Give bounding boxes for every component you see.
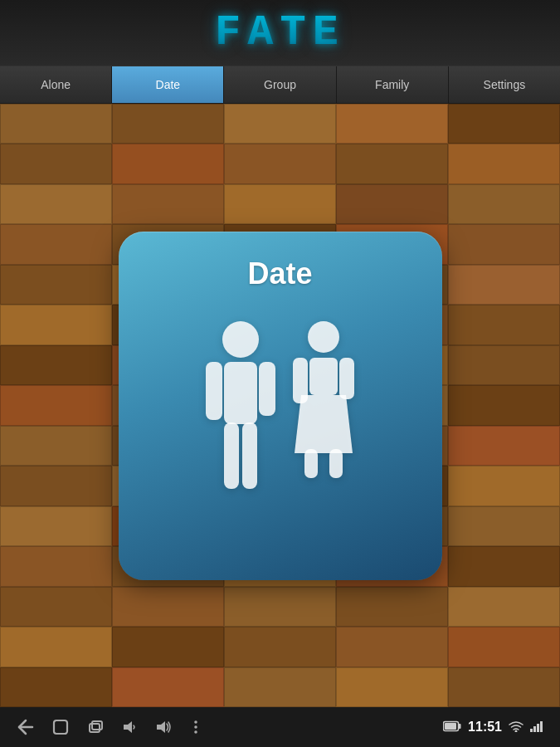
svg-rect-5 xyxy=(242,422,257,489)
home-button[interactable] xyxy=(51,718,70,736)
svg-rect-2 xyxy=(206,362,222,420)
female-figure-icon xyxy=(286,316,361,482)
wifi-icon xyxy=(509,720,523,735)
svg-point-20 xyxy=(194,730,197,734)
tab-date[interactable]: Date xyxy=(112,66,224,103)
nav-controls xyxy=(17,718,204,736)
svg-rect-10 xyxy=(339,358,354,399)
svg-rect-28 xyxy=(540,721,543,732)
svg-rect-11 xyxy=(304,449,318,478)
tab-alone[interactable]: Alone xyxy=(0,66,112,103)
svg-point-24 xyxy=(515,730,518,732)
volume-low-icon[interactable] xyxy=(121,719,138,735)
date-card-label: Date xyxy=(247,256,312,291)
svg-rect-27 xyxy=(537,724,539,732)
nav-bar: Alone Date Group Family Settings xyxy=(0,66,560,104)
svg-marker-16 xyxy=(124,721,132,733)
tab-family[interactable]: Family xyxy=(337,66,449,103)
svg-rect-3 xyxy=(259,362,275,416)
svg-rect-25 xyxy=(530,729,533,732)
more-options-button[interactable] xyxy=(187,719,204,735)
date-card[interactable]: Date xyxy=(119,232,442,580)
svg-rect-15 xyxy=(92,721,102,730)
svg-rect-7 xyxy=(309,358,338,395)
recent-apps-button[interactable] xyxy=(86,718,105,736)
tab-group[interactable]: Group xyxy=(224,66,336,103)
status-indicators: 11:51 xyxy=(443,720,543,735)
svg-point-19 xyxy=(194,725,197,729)
main-content: Date xyxy=(0,104,560,707)
svg-point-18 xyxy=(194,720,197,724)
svg-point-6 xyxy=(308,321,339,353)
tab-settings[interactable]: Settings xyxy=(449,66,560,103)
svg-rect-4 xyxy=(224,422,239,489)
svg-rect-14 xyxy=(90,724,100,732)
tab-alone-label: Alone xyxy=(41,78,71,91)
male-figure-icon xyxy=(199,316,290,499)
battery-icon xyxy=(443,720,461,735)
signal-icon xyxy=(530,720,543,735)
svg-rect-13 xyxy=(54,720,67,734)
tab-settings-label: Settings xyxy=(484,78,526,91)
tab-group-label: Group xyxy=(264,78,296,91)
svg-point-0 xyxy=(222,321,259,358)
svg-rect-22 xyxy=(459,724,461,729)
tab-family-label: Family xyxy=(375,78,409,91)
tab-date-label: Date xyxy=(156,78,181,91)
svg-marker-17 xyxy=(157,721,165,733)
svg-rect-12 xyxy=(329,449,343,478)
back-button[interactable] xyxy=(17,718,35,736)
app-header: FATE xyxy=(0,0,560,66)
people-illustration xyxy=(199,316,361,499)
app-title: FATE xyxy=(215,8,345,57)
volume-icon[interactable] xyxy=(154,719,171,735)
svg-marker-8 xyxy=(295,395,353,453)
svg-rect-26 xyxy=(533,726,536,732)
svg-rect-9 xyxy=(293,358,308,403)
status-time: 11:51 xyxy=(468,720,502,735)
svg-rect-1 xyxy=(224,362,257,424)
bottom-status-bar: 11:51 xyxy=(0,707,560,747)
svg-rect-23 xyxy=(445,723,456,730)
